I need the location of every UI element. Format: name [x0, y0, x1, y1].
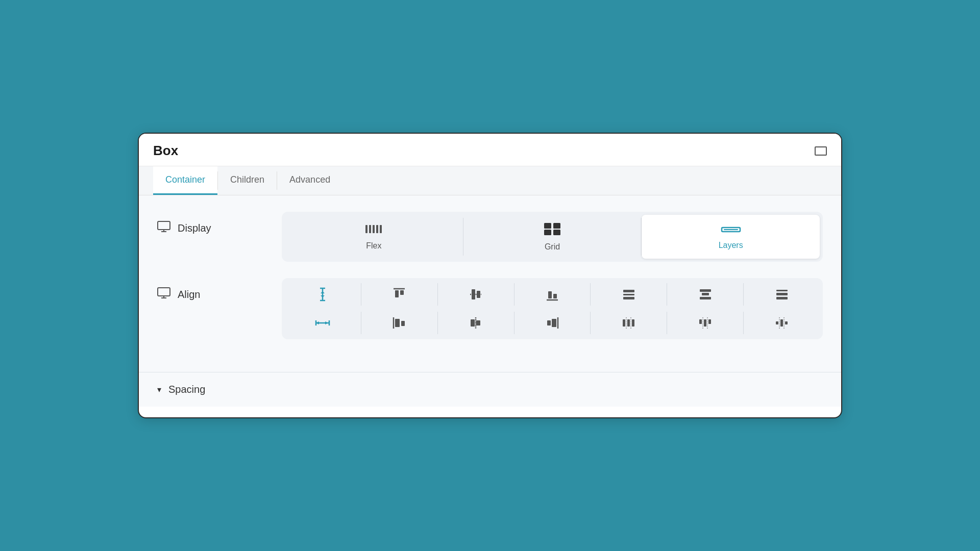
- svg-rect-62: [785, 321, 788, 324]
- display-section: Display Flex: [157, 212, 823, 262]
- main-panel: Box Container Children Advanced Display: [138, 133, 842, 418]
- align-bottom[interactable]: [514, 281, 591, 308]
- distribute-cols-3[interactable]: [744, 310, 820, 336]
- svg-rect-34: [700, 297, 711, 299]
- display-option-layers-label: Layers: [719, 241, 743, 250]
- svg-rect-6: [376, 225, 378, 233]
- display-label-col: Display: [157, 212, 270, 235]
- align-pack-right[interactable]: [514, 310, 591, 336]
- svg-rect-43: [401, 321, 405, 326]
- tab-children[interactable]: Children: [218, 166, 277, 195]
- svg-rect-7: [380, 225, 382, 233]
- svg-rect-48: [547, 320, 551, 325]
- svg-rect-45: [471, 319, 475, 327]
- panel-header: Box: [139, 134, 841, 166]
- panel-body: Display Flex: [139, 195, 841, 372]
- svg-rect-56: [704, 319, 706, 327]
- svg-rect-37: [776, 297, 788, 299]
- svg-rect-46: [476, 320, 480, 325]
- align-label-col: Align: [157, 278, 270, 302]
- svg-rect-11: [553, 230, 560, 235]
- display-option-flex[interactable]: Flex: [285, 215, 463, 259]
- svg-rect-29: [623, 290, 634, 292]
- display-option-flex-label: Flex: [366, 241, 381, 251]
- align-rows-top[interactable]: [591, 281, 667, 308]
- svg-rect-14: [158, 288, 170, 296]
- svg-rect-9: [553, 223, 560, 229]
- display-option-grid-label: Grid: [545, 242, 560, 252]
- align-pack-center[interactable]: [438, 310, 514, 336]
- grid-icon: [543, 222, 561, 238]
- tab-advanced[interactable]: Advanced: [277, 166, 342, 195]
- svg-rect-25: [477, 291, 480, 298]
- panel-title: Box: [153, 143, 178, 166]
- svg-rect-24: [472, 289, 475, 299]
- svg-rect-10: [544, 230, 551, 235]
- svg-rect-61: [780, 319, 783, 327]
- align-stretch-v[interactable]: [285, 281, 361, 308]
- monitor-icon: [157, 221, 170, 235]
- chevron-down-icon: ▾: [157, 385, 161, 394]
- align-section: Align: [157, 278, 823, 339]
- align-label: Align: [178, 289, 200, 300]
- svg-rect-49: [552, 319, 556, 327]
- flex-icon: [364, 223, 383, 237]
- distribute-cols-2[interactable]: [667, 310, 743, 336]
- align-rows-bottom[interactable]: [744, 281, 820, 308]
- window-icon: [815, 146, 827, 156]
- display-option-grid[interactable]: Grid: [463, 215, 642, 259]
- svg-rect-4: [369, 225, 371, 233]
- tab-container[interactable]: Container: [153, 166, 217, 195]
- align-center-v[interactable]: [438, 281, 514, 308]
- svg-rect-0: [158, 221, 170, 230]
- display-option-layers[interactable]: Layers: [642, 215, 820, 259]
- align-options-wrapper: [282, 278, 823, 339]
- svg-rect-33: [702, 293, 709, 295]
- svg-rect-55: [699, 319, 702, 324]
- align-stretch-h[interactable]: [285, 311, 361, 335]
- align-row-1: [285, 281, 820, 308]
- spacing-section: ▾ Spacing: [139, 372, 841, 407]
- align-pack-left[interactable]: [361, 310, 437, 336]
- svg-rect-30: [623, 294, 634, 295]
- layers-icon: [721, 223, 741, 237]
- distribute-cols-1[interactable]: [591, 310, 667, 336]
- svg-rect-13: [724, 229, 738, 230]
- tabs-bar: Container Children Advanced: [139, 166, 841, 195]
- display-label: Display: [178, 222, 211, 234]
- svg-rect-60: [776, 321, 778, 324]
- align-top-left[interactable]: [361, 281, 437, 308]
- svg-rect-22: [400, 290, 404, 295]
- svg-rect-51: [627, 319, 630, 327]
- svg-rect-42: [395, 319, 400, 327]
- svg-rect-57: [708, 319, 711, 324]
- svg-rect-36: [776, 293, 788, 295]
- svg-rect-28: [553, 294, 557, 298]
- spacing-label: Spacing: [168, 384, 205, 395]
- svg-rect-27: [548, 291, 552, 298]
- svg-rect-31: [623, 297, 634, 299]
- svg-rect-21: [395, 290, 399, 297]
- svg-rect-52: [632, 319, 634, 327]
- display-options: Flex Grid: [282, 212, 823, 262]
- svg-rect-3: [365, 225, 368, 233]
- svg-rect-35: [776, 290, 788, 291]
- svg-rect-32: [700, 289, 711, 292]
- align-rows-center[interactable]: [667, 281, 743, 308]
- svg-rect-5: [373, 225, 375, 233]
- svg-rect-50: [623, 319, 625, 327]
- align-row-2: [285, 310, 820, 336]
- align-monitor-icon: [157, 287, 170, 302]
- svg-rect-8: [544, 223, 551, 229]
